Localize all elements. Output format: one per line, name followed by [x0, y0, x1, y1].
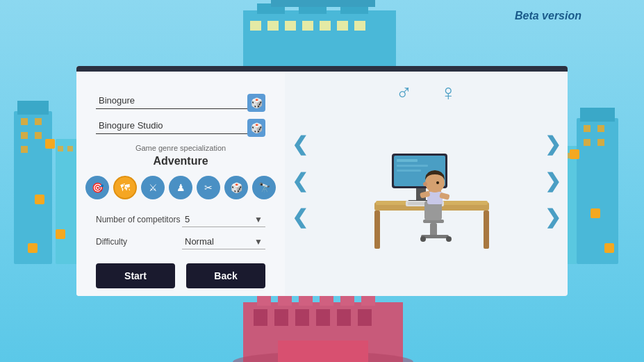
svg-rect-24 — [570, 149, 579, 159]
svg-rect-20 — [597, 139, 604, 146]
nav-right-mid-arrow[interactable]: ❯ — [545, 172, 561, 191]
svg-rect-5 — [21, 132, 28, 139]
svg-rect-31 — [250, 21, 261, 31]
competitors-row: Number of competitors 3 5 7 10 ▼ — [96, 212, 265, 227]
svg-rect-16 — [580, 108, 615, 122]
female-gender-icon: ♀ — [440, 80, 457, 106]
svg-rect-37 — [354, 21, 365, 31]
svg-rect-13 — [56, 229, 65, 239]
genre-value: Adventure — [96, 155, 265, 167]
svg-rect-34 — [302, 21, 313, 31]
svg-rect-6 — [35, 132, 42, 139]
player-name-group: 🎲 — [96, 92, 265, 109]
player-name-dice[interactable]: 🎲 — [247, 94, 265, 112]
svg-rect-51 — [358, 309, 372, 326]
svg-rect-50 — [337, 309, 351, 326]
competitors-label: Number of competitors — [96, 215, 182, 224]
genre-rpg-btn[interactable]: ⚔ — [141, 176, 165, 199]
svg-rect-32 — [267, 21, 279, 31]
svg-rect-18 — [597, 125, 604, 132]
svg-rect-9 — [58, 146, 63, 151]
male-gender-icon: ♂ — [396, 80, 413, 106]
beta-version-label: Beta version — [515, 10, 581, 22]
svg-rect-2 — [17, 101, 49, 115]
svg-rect-12 — [35, 195, 44, 204]
svg-rect-49 — [316, 309, 330, 326]
button-row: Start Back — [96, 263, 265, 288]
genre-sports-btn[interactable]: ✂ — [197, 176, 220, 199]
nav-left-top-arrow[interactable]: ❮ — [292, 135, 308, 154]
start-button[interactable]: Start — [96, 263, 175, 288]
genre-icons-row: 🎯 🗺 ⚔ ♟ ✂ 🎲 🔭 — [96, 176, 265, 199]
svg-point-71 — [446, 236, 452, 242]
studio-name-dice[interactable]: 🎲 — [247, 119, 265, 137]
svg-rect-56 — [484, 211, 489, 249]
svg-rect-11 — [45, 139, 55, 149]
genre-adventure-btn[interactable]: 🗺 — [113, 176, 137, 199]
svg-rect-7 — [21, 146, 28, 153]
main-card: 🎲 🎲 Game genre specialization Adventure … — [76, 66, 568, 296]
svg-rect-17 — [584, 125, 591, 132]
gender-icons: ♂ ♀ — [396, 80, 457, 106]
form-panel: 🎲 🎲 Game genre specialization Adventure … — [76, 66, 285, 296]
svg-rect-48 — [295, 309, 309, 326]
nav-left-bot-arrow[interactable]: ❮ — [292, 208, 308, 227]
svg-rect-53 — [278, 340, 368, 362]
player-name-input[interactable] — [96, 92, 265, 109]
svg-rect-46 — [254, 309, 267, 326]
nav-right-top-arrow[interactable]: ❯ — [545, 135, 561, 154]
svg-rect-38 — [271, 0, 375, 7]
genre-simulation-btn[interactable]: 🎲 — [224, 176, 248, 199]
svg-rect-10 — [67, 146, 73, 151]
genre-puzzle-btn[interactable]: 🔭 — [252, 176, 276, 199]
difficulty-label: Difficulty — [96, 237, 182, 247]
svg-rect-55 — [374, 211, 380, 249]
svg-rect-64 — [397, 170, 421, 172]
svg-rect-25 — [591, 208, 600, 218]
svg-rect-4 — [35, 118, 42, 125]
svg-rect-62 — [397, 159, 418, 162]
svg-rect-19 — [584, 139, 591, 146]
difficulty-select[interactable]: Easy Normal Hard — [182, 234, 265, 249]
svg-rect-27 — [243, 10, 396, 66]
genre-label: Game genre specialization — [96, 144, 265, 152]
difficulty-select-wrapper: Easy Normal Hard ▼ — [182, 234, 265, 249]
svg-rect-36 — [337, 21, 348, 31]
difficulty-row: Difficulty Easy Normal Hard ▼ — [96, 234, 265, 249]
character-illustration — [354, 126, 499, 251]
svg-rect-26 — [604, 243, 614, 253]
svg-rect-33 — [285, 21, 296, 31]
competitors-select[interactable]: 3 5 7 10 — [182, 212, 265, 227]
studio-name-group: 🎲 — [96, 117, 265, 134]
svg-rect-1 — [14, 111, 52, 264]
competitors-select-wrapper: 3 5 7 10 ▼ — [182, 212, 265, 227]
svg-rect-35 — [320, 21, 331, 31]
svg-point-78 — [436, 181, 439, 184]
nav-right-bot-arrow[interactable]: ❯ — [545, 208, 561, 227]
svg-rect-14 — [28, 243, 38, 253]
character-panel: ❮ ❮ ❮ ❯ ❯ ❯ ♂ ♀ — [285, 66, 568, 296]
svg-point-79 — [423, 182, 427, 186]
back-button[interactable]: Back — [186, 263, 265, 288]
svg-rect-3 — [21, 118, 28, 125]
studio-name-input[interactable] — [96, 117, 265, 134]
svg-rect-63 — [397, 165, 428, 167]
svg-point-70 — [420, 236, 426, 242]
genre-strategy-btn[interactable]: ♟ — [169, 176, 192, 199]
svg-rect-47 — [274, 309, 288, 326]
nav-left-mid-arrow[interactable]: ❮ — [292, 172, 308, 191]
genre-action-btn[interactable]: 🎯 — [85, 176, 109, 199]
